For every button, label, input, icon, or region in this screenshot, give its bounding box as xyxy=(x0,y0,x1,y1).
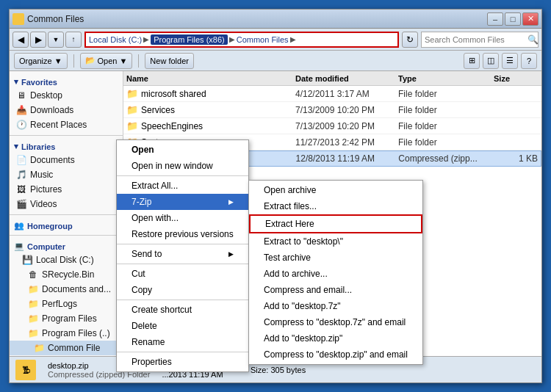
desktop-icon: 🖥 xyxy=(15,90,27,101)
pictures-icon: 🖼 xyxy=(15,184,27,195)
folder-icon: 📁 xyxy=(126,88,138,99)
sidebar-homegroup-header[interactable]: 👥 Homegroup xyxy=(10,218,123,232)
ctx-sub-extract-here[interactable]: Extract Here xyxy=(249,214,422,233)
sidebar-item-desktop[interactable]: 🖥 Desktop xyxy=(10,88,123,103)
file-name-microsoft-shared: 📁 microsoft shared xyxy=(126,88,295,99)
dropdown-button[interactable]: ▼ xyxy=(48,32,64,48)
ctx-sub-test-archive[interactable]: Test archive xyxy=(249,250,422,266)
path-segment-program-files[interactable]: Program Files (x86) xyxy=(151,35,228,45)
address-path[interactable]: Local Disk (C:) ▶ Program Files (x86) ▶ … xyxy=(84,32,399,48)
ctx-sub-extract-files[interactable]: Extract files... xyxy=(249,198,422,214)
ctx-sep-2 xyxy=(117,244,248,244)
sidebar-item-music[interactable]: 🎵 Music xyxy=(10,167,123,182)
column-size[interactable]: Size xyxy=(494,74,538,83)
ctx-sub-extract-to-desktop[interactable]: Extract to "desktop\" xyxy=(249,233,422,250)
table-row[interactable]: 📁 SpeechEngines 7/13/2009 10:20 PM File … xyxy=(123,118,541,134)
column-type[interactable]: Type xyxy=(398,74,494,83)
open-button[interactable]: 📂 Open ▼ xyxy=(80,53,133,69)
title-bar-buttons: – □ ✕ xyxy=(487,12,539,26)
sidebar-item-documents2[interactable]: 📁 Documents and... xyxy=(10,282,123,297)
ctx-sub-compress-7z-email[interactable]: Compress to "desktop.7z" and email xyxy=(249,314,422,330)
ctx-extract-all[interactable]: Extract All... xyxy=(117,178,248,194)
folder-icon-documents: 📁 xyxy=(27,283,39,295)
documents-icon: 📄 xyxy=(15,154,27,166)
sidebar-computer-header[interactable]: 💻 Computer xyxy=(10,239,123,253)
organize-button[interactable]: Organize ▼ xyxy=(14,53,68,69)
search-icon: 🔍 xyxy=(527,35,539,45)
sidebar-item-program-files[interactable]: 📁 Program Files xyxy=(10,311,123,326)
table-row[interactable]: 📁 microsoft shared 4/12/2011 3:17 AM Fil… xyxy=(123,86,541,102)
sidebar-favorites-header[interactable]: ▾ Favorites xyxy=(10,74,123,88)
ctx-sub-add-desktop-zip[interactable]: Add to "desktop.zip" xyxy=(249,330,422,346)
ctx-sub-compress-zip-email[interactable]: Compress to "desktop.zip" and email xyxy=(249,346,422,363)
ctx-delete[interactable]: Delete xyxy=(117,318,248,334)
ctx-properties[interactable]: Properties xyxy=(117,354,248,370)
sidebar-libraries-header[interactable]: ▾ Libraries xyxy=(10,139,123,153)
ctx-send-to[interactable]: Send to xyxy=(117,246,248,262)
ctx-cut[interactable]: Cut xyxy=(117,266,248,282)
sidebar-item-common-files[interactable]: 📁 Common File xyxy=(10,341,123,355)
sidebar-item-downloads[interactable]: 📥 Downloads xyxy=(10,103,123,117)
toolbar-separator-2 xyxy=(138,54,139,68)
ctx-copy[interactable]: Copy xyxy=(117,282,248,298)
sidebar-item-pictures[interactable]: 🖼 Pictures xyxy=(10,182,123,197)
new-folder-button[interactable]: New folder xyxy=(145,53,194,69)
organize-label: Organize xyxy=(19,57,52,65)
close-button[interactable]: ✕ xyxy=(522,12,539,26)
status-size-label: Size: 305 bytes xyxy=(251,366,306,374)
details-button[interactable]: ☰ xyxy=(502,53,518,69)
music-icon: 🎵 xyxy=(15,169,27,181)
downloads-icon: 📥 xyxy=(15,104,27,116)
ctx-sub-compress-email[interactable]: Compress and email... xyxy=(249,282,422,298)
file-date: 11/27/2013 2:42 PM xyxy=(295,137,398,148)
sidebar-item-documents[interactable]: 📄 Documents xyxy=(10,153,123,167)
column-name[interactable]: Name xyxy=(126,74,295,83)
up-button[interactable]: ↑ xyxy=(65,32,82,48)
file-date: 12/8/2013 11:19 AM xyxy=(296,153,399,164)
open-label: Open xyxy=(98,57,118,65)
file-type: Compressed (zipp... xyxy=(398,153,494,164)
file-date: 4/12/2011 3:17 AM xyxy=(295,89,398,99)
file-name-speechengines: 📁 SpeechEngines xyxy=(126,120,295,131)
ctx-open-new-window[interactable]: Open in new window xyxy=(117,158,248,174)
ctx-restore-previous[interactable]: Restore previous versions xyxy=(117,226,248,242)
file-date: 7/13/2009 10:20 PM xyxy=(295,105,398,115)
maximize-button[interactable]: □ xyxy=(505,12,521,26)
favorites-arrow: ▾ xyxy=(14,77,18,87)
forward-button[interactable]: ▶ xyxy=(30,32,46,48)
context-submenu-7zip: Open archive Extract files... Extract He… xyxy=(248,180,423,365)
sidebar-item-program-files-x86[interactable]: 📁 Program Files (..) xyxy=(10,326,123,341)
file-type: File folder xyxy=(398,137,494,148)
ctx-sub-add-desktop-7z[interactable]: Add to "desktop.7z" xyxy=(249,298,422,314)
preview-button[interactable]: ◫ xyxy=(483,53,499,69)
ctx-sub-open-archive[interactable]: Open archive xyxy=(249,182,422,198)
ctx-create-shortcut[interactable]: Create shortcut xyxy=(117,302,248,318)
ctx-open[interactable]: Open xyxy=(117,142,248,158)
ctx-rename[interactable]: Rename xyxy=(117,334,248,350)
sidebar-item-recent-places[interactable]: 🕐 Recent Places xyxy=(10,117,123,132)
sidebar: ▾ Favorites 🖥 Desktop 📥 Downloads 🕐 Rece… xyxy=(10,71,123,356)
path-segment-common-files[interactable]: Common Files xyxy=(237,35,289,44)
ctx-sep-5 xyxy=(117,352,248,352)
views-button[interactable]: ⊞ xyxy=(464,53,480,69)
column-date[interactable]: Date modified xyxy=(295,74,398,83)
minimize-button[interactable]: – xyxy=(487,12,503,26)
path-segment-local-disk[interactable]: Local Disk (C:) xyxy=(89,35,142,44)
sidebar-item-srecycle[interactable]: 🗑 SRecycle.Bin xyxy=(10,267,123,282)
ctx-7zip[interactable]: 7-Zip xyxy=(117,194,248,210)
search-box[interactable]: 🔍 xyxy=(421,32,539,48)
search-input[interactable] xyxy=(425,35,526,44)
videos-icon: 🎬 xyxy=(15,198,27,210)
ctx-open-with[interactable]: Open with... xyxy=(117,210,248,226)
table-row[interactable]: 📁 Services 7/13/2009 10:20 PM File folde… xyxy=(123,102,541,118)
toolbar-right: ⊞ ◫ ☰ ? xyxy=(464,53,537,69)
sidebar-divider-3 xyxy=(10,235,123,236)
sidebar-item-perflogs[interactable]: 📁 PerfLogs xyxy=(10,297,123,311)
refresh-button[interactable]: ↻ xyxy=(402,32,418,48)
help-button[interactable]: ? xyxy=(521,53,537,69)
sidebar-item-videos[interactable]: 🎬 Videos xyxy=(10,197,123,211)
ctx-sub-add-to-archive[interactable]: Add to archive... xyxy=(249,266,422,282)
file-name-services: 📁 Services xyxy=(126,104,295,115)
sidebar-item-local-disk[interactable]: 💾 Local Disk (C:) xyxy=(10,253,123,267)
back-button[interactable]: ◀ xyxy=(12,32,29,48)
